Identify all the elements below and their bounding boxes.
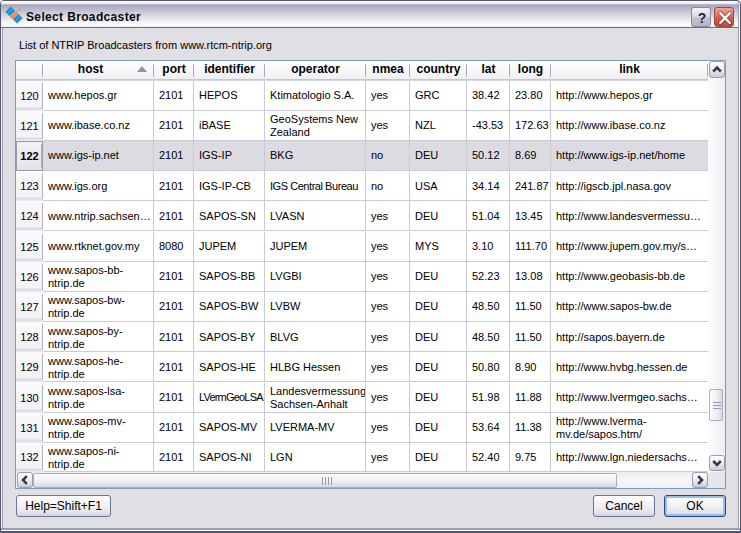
svg-text:?: ? <box>697 10 706 26</box>
